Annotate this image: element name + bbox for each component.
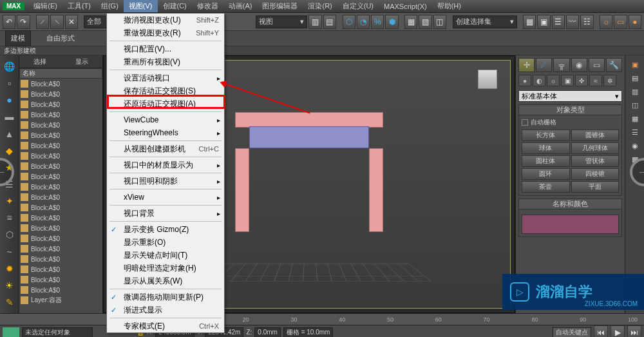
- color-swatch[interactable]: [522, 215, 619, 234]
- scene-row[interactable]: Block:A$0: [19, 274, 102, 285]
- create-四棱锥[interactable]: 四棱锥: [571, 168, 620, 180]
- cmd-tab-create[interactable]: ✢: [518, 58, 535, 72]
- r-icon-7[interactable]: ◉: [632, 142, 638, 150]
- undo-button[interactable]: ↶: [3, 15, 15, 29]
- menu-item-视口背景[interactable]: 视口背景: [107, 207, 224, 220]
- scene-row[interactable]: Block:A$0: [19, 233, 102, 244]
- geom-category-dropdown[interactable]: 标准基本体▾: [518, 90, 622, 102]
- unlink-button[interactable]: ⟍: [50, 15, 63, 29]
- menu-item-xView[interactable]: xView: [107, 191, 224, 204]
- cmd-tab-util[interactable]: 🔧: [606, 58, 622, 72]
- scene-row[interactable]: Block:A$0: [19, 79, 102, 89]
- menu-item-重画所有视图(V)[interactable]: 重画所有视图(V): [107, 55, 224, 68]
- menu-item-显示关键点时间(T)[interactable]: 显示关键点时间(T): [107, 249, 224, 262]
- viewcube[interactable]: [474, 66, 502, 94]
- material-editor-button[interactable]: ▦: [523, 15, 536, 29]
- redo-button[interactable]: ↷: [17, 15, 30, 29]
- play-prev-button[interactable]: ⏮: [594, 325, 608, 338]
- create-圆环[interactable]: 圆环: [522, 168, 570, 180]
- menu-item-视口中的材质显示为[interactable]: 视口中的材质显示为: [107, 159, 224, 171]
- scene-tab-display[interactable]: 显示: [75, 57, 88, 66]
- scene-row[interactable]: Block:A$0: [19, 140, 102, 151]
- play-next-button[interactable]: ⏭: [627, 325, 641, 338]
- autokey-button[interactable]: 自动关键点: [553, 327, 591, 338]
- selset-dropdown[interactable]: 创建选择集▾: [453, 15, 517, 28]
- scene-row[interactable]: Block:A$0: [19, 202, 102, 213]
- globe-icon[interactable]: 🌐: [3, 61, 17, 72]
- scene-col-header[interactable]: 名称: [19, 68, 102, 79]
- create-几何球体[interactable]: 几何球体: [571, 142, 620, 154]
- create-管状体[interactable]: 管状体: [571, 155, 620, 167]
- material-button[interactable]: ▣: [537, 15, 550, 29]
- cmd-tab-modify[interactable]: ☄: [536, 58, 552, 72]
- scene-row[interactable]: Block:A$0: [19, 264, 102, 274]
- helper-icon[interactable]: ✦: [3, 195, 17, 207]
- menu-item-渐进式显示[interactable]: ✓渐进式显示: [107, 303, 224, 316]
- anim-icon[interactable]: ~: [3, 246, 17, 258]
- menu-item-SteeringWheels[interactable]: SteeringWheels: [107, 126, 224, 139]
- scene-row[interactable]: Block:A$0: [19, 130, 102, 140]
- render-frame-button[interactable]: ▭: [614, 15, 627, 29]
- snap-spinner[interactable]: ⬢: [385, 15, 398, 29]
- menu-item-重做视图更改(R)[interactable]: 重做视图更改(R)Shift+Y: [107, 26, 224, 39]
- menu-group[interactable]: 组(G): [96, 0, 124, 12]
- menu-item-还原活动正交视图(A)[interactable]: 还原活动正交视图(A): [107, 97, 224, 110]
- scene-row[interactable]: Block:A$0: [19, 161, 102, 171]
- sel-icon[interactable]: ◆: [3, 145, 17, 157]
- cmd-tab-display[interactable]: ▭: [589, 58, 605, 72]
- schematic-button[interactable]: ☷: [580, 15, 593, 29]
- cmd-tab-motion[interactable]: ◉: [571, 58, 587, 72]
- r-icon-3[interactable]: ▥: [632, 88, 638, 96]
- sub-geom-icon[interactable]: ●: [518, 75, 531, 86]
- scene-row[interactable]: Block:A$0: [19, 254, 102, 264]
- cone-icon[interactable]: ▲: [3, 128, 17, 140]
- sub-helper-icon[interactable]: ✜: [575, 75, 588, 86]
- r-icon-2[interactable]: ▤: [632, 74, 638, 82]
- menu-item-明暗处理选定对象(H)[interactable]: 明暗处理选定对象(H): [107, 262, 224, 274]
- brush-icon[interactable]: ✎: [3, 296, 17, 308]
- sub-sys-icon[interactable]: ✲: [603, 75, 616, 86]
- play-button[interactable]: ▶: [611, 325, 625, 338]
- menu-item-撤消视图更改(U)[interactable]: 撤消视图更改(U)Shift+Z: [107, 14, 224, 26]
- create-茶壶[interactable]: 茶壶: [522, 181, 570, 193]
- menu-item-设置活动视口[interactable]: 设置活动视口: [107, 72, 224, 84]
- util-icon[interactable]: ✹: [3, 263, 17, 274]
- r-icon-4[interactable]: ◫: [632, 101, 638, 110]
- sub-camera-icon[interactable]: ▣: [561, 75, 574, 86]
- scene-row[interactable]: Block:A$0: [19, 120, 102, 130]
- menu-item-保存活动正交视图(S)[interactable]: 保存活动正交视图(S): [107, 84, 224, 97]
- menu-item-显示变换 Gizmo(Z)[interactable]: ✓显示变换 Gizmo(Z): [107, 223, 224, 236]
- align-button[interactable]: ▤: [323, 15, 336, 29]
- menu-item-视口照明和阴影[interactable]: 视口照明和阴影: [107, 175, 224, 188]
- menu-render[interactable]: 渲染(R): [303, 0, 337, 12]
- timeline[interactable]: 0 / 100 0102030405060708090100: [0, 313, 644, 325]
- menu-item-ViewCube[interactable]: ViewCube: [107, 113, 224, 126]
- render-setup-button[interactable]: ☼: [600, 15, 612, 29]
- mirror2-button[interactable]: ▧: [419, 15, 431, 29]
- rollout-name-color[interactable]: 名称和颜色: [519, 199, 621, 209]
- coord-z[interactable]: 0.0mm: [254, 327, 281, 338]
- scene-row[interactable]: Block:A$0: [19, 182, 102, 192]
- sub-light-icon[interactable]: ☼: [547, 75, 560, 86]
- menu-view[interactable]: 视图(V): [124, 0, 158, 12]
- box-icon[interactable]: ▫: [3, 77, 17, 89]
- menu-item-微调器拖动期间更新(P)[interactable]: ✓微调器拖动期间更新(P): [107, 291, 224, 303]
- scene-row[interactable]: Block:A$0: [19, 223, 102, 233]
- ribbon-tab-freeform[interactable]: 自由形式: [41, 31, 80, 46]
- menu-maxscript[interactable]: MAXScript(X): [379, 1, 432, 12]
- scene-row[interactable]: Block:A$0: [19, 192, 102, 202]
- curve-editor-button[interactable]: 〰: [566, 15, 579, 29]
- menu-anim[interactable]: 动画(A): [223, 0, 258, 12]
- r-icon-1[interactable]: ▣: [632, 61, 638, 69]
- cyl-icon[interactable]: ▬: [3, 111, 17, 122]
- rollout-object-type[interactable]: 对象类型: [519, 105, 621, 115]
- create-圆柱体[interactable]: 圆柱体: [522, 155, 570, 167]
- scene-row[interactable]: Block:A$0: [19, 213, 102, 223]
- menu-item-显示重影(O)[interactable]: 显示重影(O): [107, 236, 224, 249]
- sub-space-icon[interactable]: ≈: [589, 75, 602, 86]
- render-button[interactable]: ●: [629, 15, 641, 29]
- ribbon-tab-model[interactable]: 建模: [5, 30, 31, 46]
- reset-xform-button[interactable]: ◫: [433, 15, 446, 29]
- sys-icon[interactable]: ⬡: [3, 229, 17, 240]
- snap-angle[interactable]: ◔: [357, 15, 370, 29]
